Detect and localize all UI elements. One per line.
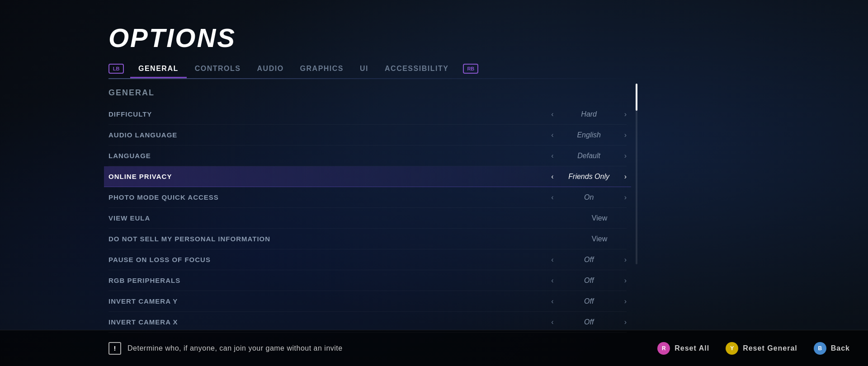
setting-value-audio-language: English <box>562 131 616 139</box>
setting-control-invert-y: ‹ Off › <box>551 297 627 305</box>
scrollbar-thumb[interactable] <box>636 84 637 111</box>
arrow-left-invert-x[interactable]: ‹ <box>551 318 553 326</box>
tab-ui[interactable]: UI <box>352 61 377 76</box>
tab-divider <box>108 78 637 79</box>
setting-control-pause-on-loss: ‹ Off › <box>551 256 627 264</box>
reset-general-button[interactable]: Y Reset General <box>726 342 797 355</box>
setting-value-language: Default <box>562 152 616 160</box>
setting-value-view-eula[interactable]: View <box>572 214 627 222</box>
setting-control-photo-mode: ‹ On › <box>551 193 627 202</box>
setting-value-photo-mode: On <box>562 193 616 202</box>
arrow-left-difficulty[interactable]: ‹ <box>551 110 553 118</box>
setting-name-pause-on-loss: PAUSE ON LOSS OF FOCUS <box>108 256 298 263</box>
setting-value-invert-x: Off <box>562 318 616 326</box>
arrow-right-invert-x[interactable]: › <box>624 318 627 326</box>
setting-control-audio-language: ‹ English › <box>551 131 627 139</box>
setting-row-view-eula[interactable]: VIEW EULA View <box>108 208 627 229</box>
bottom-actions: R Reset All Y Reset General B Back <box>657 342 850 355</box>
tab-controls[interactable]: CONTROLS <box>187 61 249 76</box>
arrow-right-rgb[interactable]: › <box>624 277 627 285</box>
info-icon: ! <box>108 342 121 355</box>
setting-value-pause-on-loss: Off <box>562 256 616 264</box>
arrow-left-audio-language[interactable]: ‹ <box>551 131 553 139</box>
back-label: Back <box>831 344 850 352</box>
setting-name-language: LANGUAGE <box>108 152 298 160</box>
setting-row-difficulty[interactable]: DIFFICULTY ‹ Hard › <box>108 104 627 125</box>
setting-row-invert-x[interactable]: INVERT CAMERA X ‹ Off › <box>108 312 627 333</box>
setting-name-invert-x: INVERT CAMERA X <box>108 318 298 326</box>
setting-row-rgb[interactable]: RGB PERIPHERALS ‹ Off › <box>108 270 627 291</box>
setting-name-rgb: RGB PERIPHERALS <box>108 277 298 284</box>
back-icon: B <box>814 342 826 355</box>
setting-control-difficulty: ‹ Hard › <box>551 110 627 118</box>
arrow-right-difficulty[interactable]: › <box>624 110 627 118</box>
setting-control-invert-x: ‹ Off › <box>551 318 627 326</box>
setting-row-audio-language[interactable]: AUDIO LANGUAGE ‹ English › <box>108 125 627 145</box>
tabs-container: LB GENERAL CONTROLS AUDIO GRAPHICS UI AC… <box>108 61 868 76</box>
setting-name-audio-language: AUDIO LANGUAGE <box>108 131 298 139</box>
setting-name-view-eula: VIEW EULA <box>108 214 298 222</box>
setting-control-online-privacy: ‹ Friends Only › <box>551 173 627 181</box>
lb-bumper[interactable]: LB <box>108 64 124 74</box>
setting-row-language[interactable]: LANGUAGE ‹ Default › <box>108 145 627 166</box>
setting-value-difficulty: Hard <box>562 110 616 118</box>
setting-control-language: ‹ Default › <box>551 152 627 160</box>
setting-name-do-not-sell: DO NOT SELL MY PERSONAL INFORMATION <box>108 235 298 244</box>
setting-value-do-not-sell[interactable]: View <box>572 235 627 243</box>
back-button[interactable]: B Back <box>814 342 850 355</box>
setting-control-view-eula: View <box>572 214 627 222</box>
rb-bumper[interactable]: RB <box>463 64 478 74</box>
settings-list: GENERAL DIFFICULTY ‹ Hard › AUDIO LANGUA… <box>108 84 627 333</box>
reset-general-icon: Y <box>726 342 738 355</box>
setting-value-invert-y: Off <box>562 297 616 305</box>
setting-value-online-privacy: Friends Only <box>562 173 616 181</box>
reset-all-label: Reset All <box>675 344 709 352</box>
setting-name-invert-y: INVERT CAMERA Y <box>108 297 298 305</box>
arrow-right-invert-y[interactable]: › <box>624 297 627 305</box>
reset-all-icon: R <box>657 342 670 355</box>
setting-name-online-privacy: ONLINE PRIVACY <box>108 173 298 180</box>
arrow-left-pause-on-loss[interactable]: ‹ <box>551 256 553 264</box>
main-content: OPTIONS LB GENERAL CONTROLS AUDIO GRAPHI… <box>0 0 868 333</box>
arrow-right-language[interactable]: › <box>624 152 627 160</box>
setting-row-photo-mode[interactable]: PHOTO MODE QUICK ACCESS ‹ On › <box>108 187 627 208</box>
tab-audio[interactable]: AUDIO <box>249 61 292 76</box>
arrow-left-rgb[interactable]: ‹ <box>551 277 553 285</box>
reset-general-label: Reset General <box>743 344 797 352</box>
setting-row-pause-on-loss[interactable]: PAUSE ON LOSS OF FOCUS ‹ Off › <box>108 249 627 270</box>
setting-value-rgb: Off <box>562 277 616 285</box>
setting-name-photo-mode: PHOTO MODE QUICK ACCESS <box>108 193 298 201</box>
setting-row-invert-y[interactable]: INVERT CAMERA Y ‹ Off › <box>108 291 627 312</box>
bottom-bar: ! Determine who, if anyone, can join you… <box>0 330 868 366</box>
scrollbar-track[interactable] <box>636 84 637 264</box>
arrow-left-online-privacy[interactable]: ‹ <box>551 173 553 181</box>
setting-row-do-not-sell[interactable]: DO NOT SELL MY PERSONAL INFORMATION View <box>108 229 627 249</box>
setting-control-do-not-sell: View <box>572 235 627 243</box>
tab-accessibility[interactable]: ACCESSIBILITY <box>377 61 457 76</box>
info-text: Determine who, if anyone, can join your … <box>127 344 343 352</box>
setting-row-online-privacy[interactable]: ONLINE PRIVACY ‹ Friends Only › <box>104 166 631 187</box>
reset-all-button[interactable]: R Reset All <box>657 342 709 355</box>
arrow-left-invert-y[interactable]: ‹ <box>551 297 553 305</box>
page-title: OPTIONS <box>108 23 868 53</box>
settings-area: GENERAL DIFFICULTY ‹ Hard › AUDIO LANGUA… <box>108 84 637 333</box>
info-box: ! Determine who, if anyone, can join you… <box>108 342 343 355</box>
arrow-right-audio-language[interactable]: › <box>624 131 627 139</box>
arrow-left-language[interactable]: ‹ <box>551 152 553 160</box>
tab-general[interactable]: GENERAL <box>130 61 187 76</box>
setting-name-difficulty: DIFFICULTY <box>108 110 298 118</box>
arrow-right-online-privacy[interactable]: › <box>624 173 627 181</box>
setting-control-rgb: ‹ Off › <box>551 277 627 285</box>
arrow-left-photo-mode[interactable]: ‹ <box>551 193 553 202</box>
arrow-right-pause-on-loss[interactable]: › <box>624 256 627 264</box>
tab-graphics[interactable]: GRAPHICS <box>292 61 352 76</box>
arrow-right-photo-mode[interactable]: › <box>624 193 627 202</box>
section-header: GENERAL <box>108 84 627 104</box>
